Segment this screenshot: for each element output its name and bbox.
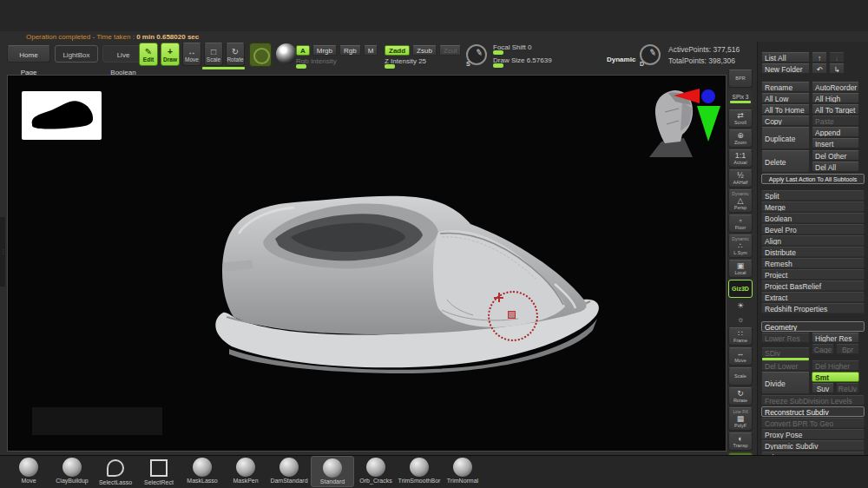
bpr-render-icon[interactable]: BPR	[728, 69, 753, 88]
alpha-thumbnail[interactable]	[22, 91, 102, 140]
document-viewport[interactable]	[7, 75, 727, 452]
subtool-action-button[interactable]: Project BasRelief	[761, 280, 865, 291]
zsub-toggle[interactable]: Zsub	[412, 45, 437, 56]
zadd-toggle[interactable]: Zadd	[385, 45, 410, 56]
subtool-action-button[interactable]: Merge	[761, 201, 865, 212]
spix-slider[interactable]: SPix 3	[728, 89, 753, 108]
light-toggle-a-icon[interactable]: ☀	[732, 300, 749, 312]
duplicate-button[interactable]: Duplicate	[761, 127, 810, 149]
rotate-3d-icon[interactable]: ↻ Rotate	[728, 387, 753, 406]
rename-button[interactable]: Rename	[761, 82, 810, 92]
subtool-action-button[interactable]: Remesh	[761, 258, 865, 268]
scale-mode-button[interactable]: □ Scale	[204, 43, 223, 66]
brush-damstandard[interactable]: DamStandard	[267, 456, 311, 487]
zoom3d-icon[interactable]: ⊕ Zoom	[728, 129, 753, 148]
move-mode-button[interactable]: ↔ Move	[182, 43, 201, 66]
material-thumbnail[interactable]	[276, 43, 297, 64]
dynamic-draw-size-label[interactable]: Dynamic	[607, 56, 635, 63]
brush-selectlasso[interactable]: SelectLasso	[94, 456, 137, 487]
append-button[interactable]: Append	[812, 127, 859, 137]
subtool-action-button[interactable]: Redshift Properties	[761, 303, 865, 313]
move-3d-icon[interactable]: ↔ Move	[728, 347, 753, 366]
channel-m-toggle[interactable]: M	[364, 45, 378, 56]
copy-button[interactable]: Copy	[761, 115, 810, 126]
frame-icon[interactable]: ∷ Frame	[728, 327, 753, 346]
lower-res-button[interactable]: Lower Res	[761, 333, 810, 343]
folder-branch-icon[interactable]: ↳	[829, 63, 845, 74]
insert-button[interactable]: Insert	[812, 138, 859, 148]
brush-standard[interactable]: Standard	[311, 456, 354, 487]
brush-maskpen[interactable]: MaskPen	[224, 456, 267, 487]
geometry-list-button[interactable]: Dynamic Subdiv	[761, 440, 865, 451]
focal-shift-slider[interactable]: Focal Shift 0	[493, 43, 602, 51]
geometry-section-header[interactable]: Geometry	[761, 321, 865, 332]
light-toggle-b-icon[interactable]: ☼	[732, 313, 749, 326]
channel-mrgb-toggle[interactable]: Mrgb	[312, 45, 337, 56]
smt-toggle[interactable]: Smt	[812, 372, 859, 382]
draw-size-slider[interactable]: Draw Size 6.57639	[493, 56, 602, 64]
reuv-toggle[interactable]: ReUv	[836, 383, 859, 393]
live-boolean-toggle[interactable]: Live Boolean	[102, 45, 144, 63]
divide-button[interactable]: Divide	[761, 372, 810, 394]
all-high-button[interactable]: All High	[812, 93, 859, 103]
gyro-button[interactable]	[249, 43, 272, 67]
subtool-action-button[interactable]: Project	[761, 269, 865, 280]
all-to-target-button[interactable]: All To Target	[812, 104, 859, 115]
new-folder-button[interactable]: New Folder	[761, 63, 810, 74]
left-tray-handle[interactable]: ⋮	[0, 217, 5, 287]
list-all-button[interactable]: List All	[761, 52, 810, 63]
sculptris-pro-toggle[interactable]: ✎ S	[466, 44, 487, 65]
suv-toggle[interactable]: Suv	[812, 383, 834, 393]
edit-mode-button[interactable]: ✎ Edit	[139, 43, 158, 66]
home-page-button[interactable]: Home Page	[7, 45, 50, 63]
channel-rgb-toggle[interactable]: Rgb	[339, 45, 361, 56]
floor-icon[interactable]: ▫ Floor	[728, 214, 753, 233]
all-low-button[interactable]: All Low	[761, 93, 810, 103]
subtool-down-icon[interactable]: ↓	[829, 52, 845, 63]
brush-selectrect[interactable]: SelectRect	[137, 456, 181, 487]
local-transform-lock-icon[interactable]: ▣ Local	[728, 260, 753, 278]
brush-claybuildup[interactable]: ClayBuildup	[50, 456, 94, 487]
axis-gizmo[interactable]	[672, 88, 726, 148]
subtool-action-button[interactable]: Split	[761, 190, 865, 201]
geometry-list-button[interactable]: Proxy Pose	[761, 429, 865, 439]
autoreorder-button[interactable]: AutoReorder	[812, 82, 859, 92]
dynamesh-toggle[interactable]: ✎ D	[640, 44, 661, 65]
subtool-action-button[interactable]: Align	[761, 235, 865, 246]
del-higher-button[interactable]: Del Higher	[812, 360, 859, 371]
geometry-list-button[interactable]: Reconstruct Subdiv	[761, 406, 865, 417]
delete-button[interactable]: Delete	[761, 150, 810, 173]
polyframe-toggle[interactable]: Line Fill ▦ PolyF	[728, 407, 753, 431]
brush-orb-cracks[interactable]: Orb_Cracks	[354, 456, 398, 487]
zcut-toggle[interactable]: Zcut	[439, 45, 462, 56]
z-intensity-slider[interactable]: Z Intensity 25	[385, 57, 468, 65]
aahalf-icon[interactable]: ½ AAHalf	[728, 169, 753, 188]
brush-trimnormal[interactable]: TrimNormal	[441, 456, 484, 487]
del-all-button[interactable]: Del All	[812, 162, 859, 172]
cage-button[interactable]: Cage	[812, 344, 834, 354]
subtool-action-button[interactable]: Distribute	[761, 247, 865, 257]
brush-move[interactable]: Move	[7, 456, 50, 487]
del-other-button[interactable]: Del Other	[812, 150, 859, 161]
rotate-mode-button[interactable]: ↻ Rotate	[226, 43, 245, 66]
actual-size-icon[interactable]: 1:1 Actual	[728, 149, 753, 168]
persp-icon[interactable]: Dynamic △ Persp	[728, 189, 753, 213]
brush-masklasso[interactable]: MaskLasso	[181, 456, 224, 487]
bpr-button[interactable]: Bpr	[836, 344, 859, 354]
lightbox-button[interactable]: LightBox	[55, 45, 98, 63]
draw-mode-button[interactable]: + Draw	[161, 43, 180, 66]
folder-curl-icon[interactable]: ↶	[812, 63, 827, 74]
subtool-up-icon[interactable]: ↑	[812, 52, 827, 63]
geometry-list-button[interactable]: Convert BPR To Geo	[761, 418, 865, 428]
sdiv-slider[interactable]: SDiv	[761, 347, 810, 358]
apply-last-action-button[interactable]: Apply Last Action To All Subtools	[761, 174, 865, 184]
transp-toggle[interactable]: ◐ Transp	[728, 432, 753, 451]
geometry-list-button[interactable]: Freeze SubDivision Levels	[761, 395, 865, 406]
del-lower-button[interactable]: Del Lower	[761, 360, 810, 371]
scale-3d-icon[interactable]: Scale	[728, 367, 753, 386]
higher-res-button[interactable]: Higher Res	[812, 333, 859, 343]
scroll-icon[interactable]: ⇄ Scroll	[728, 109, 753, 128]
local-symmetry-icon[interactable]: Dynamic ∴ L.Sym	[728, 234, 753, 258]
subtool-action-button[interactable]: Boolean	[761, 213, 865, 223]
brush-trimsmoothbor[interactable]: TrimSmoothBor	[398, 456, 441, 487]
